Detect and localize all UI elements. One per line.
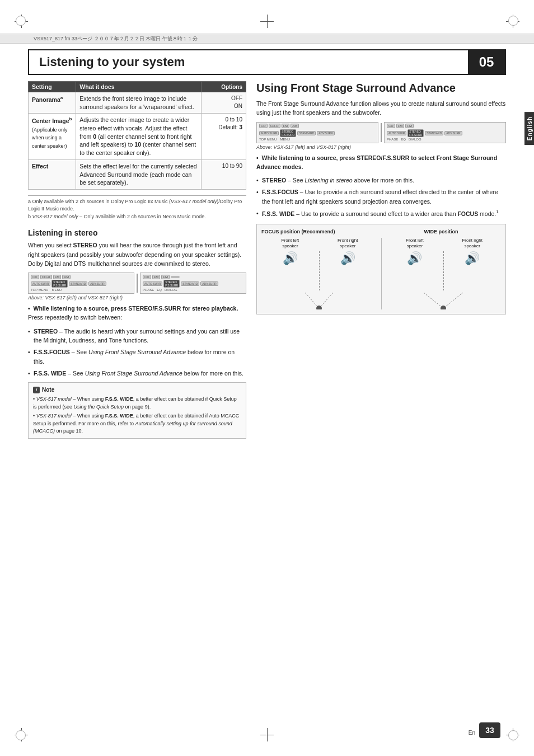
fss-rx-btn-standard2: STANDARD [425, 131, 443, 135]
focus-subwoofer-area [261, 293, 377, 309]
note-box: i Note • VSX-517 model – When using F.S.… [28, 382, 246, 439]
wide-front-left-label: Front leftspeaker [401, 238, 429, 250]
options-panorama: OFFON [202, 92, 246, 114]
receiver-image-stereo: CD CD-R FM AM AUTO SURR STEREOF.S.SURR S… [28, 273, 246, 294]
diagram-sections: Front leftspeaker Front rightspeaker 🔊 🔊 [261, 238, 501, 310]
wide-subwoofer-area [386, 293, 502, 309]
rx-btn-standard: STANDARD [69, 281, 87, 286]
wide-speaker-labels: Front leftspeaker Front rightspeaker [386, 238, 502, 250]
language-tab: English [524, 112, 534, 145]
focus-left-speaker-icon: 🔊 [283, 251, 298, 290]
table-row: Panoramaa Extends the front stereo image… [29, 92, 246, 114]
rx-btn-autosurr2: AUTO SURR [143, 281, 162, 286]
fss-rx-btn-advsurr: ADV.SURR [317, 131, 334, 135]
left-column: Setting What it does Options Panoramaa E… [28, 81, 246, 722]
fss-instruction: • While listening to a source, press STE… [256, 153, 506, 172]
wide-sub-group [421, 293, 466, 309]
fss-rx-btn-stereo-left: STEREOF.S.SURR [280, 129, 296, 137]
fss-rx-btn-autosurr2: AUTO SURR [387, 131, 406, 135]
page-lang: En [469, 730, 475, 736]
table-row: Center Imageb(Applicable only when using… [29, 114, 246, 159]
corner-mark-bl [16, 730, 26, 740]
rx-btn-stereo-fssurr-left: STEREOF.S.SURR [51, 280, 68, 288]
focus-convergence-svg [297, 293, 341, 309]
settings-table: Setting What it does Options Panoramaa E… [28, 81, 246, 190]
note-icon: i [33, 387, 40, 393]
rx-btn-stereo-fssurr-right: STEREOF.S.SURR [163, 280, 180, 288]
fss-rx-btn-fm2: FM [396, 124, 405, 128]
fss-bullet-focus: F.S.S.FOCUS – Use to provide a rich surr… [256, 187, 506, 206]
rx-btn-cd: CD [31, 275, 39, 279]
footnote-a: a Only available with 2 ch sources in Do… [28, 198, 246, 213]
what-panorama: Extends the front stereo image to includ… [76, 92, 202, 114]
focus-speaker-icons: 🔊 🔊 [261, 251, 377, 290]
bullet-stereo: STEREO – The audio is heard with your su… [28, 327, 246, 345]
wide-right-speaker-icon: 🔊 [465, 251, 480, 290]
fss-body: The Front Stage Surround Advance functio… [256, 99, 506, 118]
rx-btn-advsurr: ADV.SURR [88, 281, 106, 286]
focus-right-speaker-icon: 🔊 [340, 251, 355, 290]
rx-btn-fm: FM [53, 275, 62, 279]
wide-speaker-icons: 🔊 🔊 [386, 251, 502, 290]
fss-rx-label-eq: EQ [401, 138, 406, 141]
fss-rx-btn-fm3: FM [405, 124, 414, 128]
setting-center-image: Center Imageb(Applicable only when using… [29, 114, 76, 159]
fss-rx-label-dialog: DIALOG [409, 138, 421, 141]
note-bullet-1: • VSX-517 model – When using F.S.S. WIDE… [33, 396, 241, 411]
wide-convergence-svg [421, 293, 466, 309]
rx-btn-fm3: FM [161, 275, 170, 279]
svg-line-1 [319, 293, 333, 308]
rx-label-phase: PHASE [143, 288, 154, 292]
rx-btn-fm2: FM [152, 275, 161, 279]
fss-bullet-stereo: STEREO – See Listening in stereo above f… [256, 176, 506, 185]
bullet-fsswide: F.S.S. WIDE – See Using Front Stage Surr… [28, 369, 246, 378]
focus-front-left-label: Front leftspeaker [276, 238, 304, 250]
footnote-b: b VSX-817 model only – Only available wi… [28, 213, 246, 221]
fss-rx-btn-cd: CD [259, 124, 268, 128]
receiver-vsx517-fss: CD CD-R FM AM AUTO SURR STEREOF.S.SURR S… [256, 122, 378, 143]
corner-mark-br [508, 730, 518, 740]
corner-mark-tr [508, 16, 518, 26]
what-center-image: Adjusts the center image to create a wid… [76, 114, 202, 159]
rx-btn-cd2: CD [143, 275, 151, 279]
fss-rx-btn-cd2: CD [387, 124, 395, 128]
fss-rx-btn-standard: STANDARD [297, 131, 316, 135]
svg-line-3 [424, 293, 443, 308]
wide-section: Front leftspeaker Front rightspeaker 🔊 🔊 [382, 238, 502, 310]
fss-heading: Using Front Stage Surround Advance [256, 81, 506, 95]
focus-speaker-labels: Front leftspeaker Front rightspeaker [261, 238, 377, 250]
main-content: Setting What it does Options Panoramaa E… [28, 81, 506, 722]
rx-btn-standard2: STANDARD [181, 281, 199, 286]
fss-rx-btn-advsurr2: ADV.SURR [444, 131, 462, 135]
focus-section: Front leftspeaker Front rightspeaker 🔊 🔊 [261, 238, 382, 310]
focus-wide-diagram: FOCUS position (Recommend) WIDE position… [256, 224, 506, 315]
right-column: Using Front Stage Surround Advance The F… [256, 81, 506, 722]
table-row: Effect Sets the effect level for the cur… [29, 159, 246, 189]
col-header-options: Options [202, 82, 246, 92]
wide-dotted-line [443, 251, 444, 290]
fss-rx-label-phase: PHASE [387, 138, 398, 141]
setting-effect: Effect [29, 159, 76, 189]
setting-panorama: Panoramaa [29, 92, 76, 114]
rx-label-dialog: DIALOG [165, 288, 177, 292]
title-bar: Listening to your system 05 [28, 49, 506, 75]
rx-label-menu: MENU [51, 288, 62, 292]
receiver-vsx817-stereo: CD FM FM AUTO SURR STEREOF.S.SURR STANDA… [140, 273, 246, 294]
svg-line-4 [443, 293, 463, 308]
listening-stereo-heading: Listening in stereo [28, 228, 246, 237]
wide-left-speaker-icon: 🔊 [407, 251, 422, 290]
note-title: i Note [33, 386, 241, 394]
focus-sub-group [297, 293, 341, 309]
rx-label-top-menu: TOP MENU [31, 288, 48, 292]
fss-rx-btn-stereo-right: STEREOF.S.SURR [407, 129, 424, 137]
stereo-instruction: • While listening to a source, press STE… [28, 304, 246, 322]
svg-point-5 [441, 306, 446, 309]
note-bullet-2: • VSX-817 model – When using F.S.S. WIDE… [33, 412, 241, 435]
wide-front-right-label: Front rightspeaker [458, 238, 486, 250]
fss-bullet-list: STEREO – See Listening in stereo above f… [256, 176, 506, 218]
options-effect: 10 to 90 [202, 159, 246, 189]
focus-title: FOCUS position (Recommend) [261, 229, 381, 234]
receiver-image-fss: CD CD-R FM AM AUTO SURR STEREOF.S.SURR S… [256, 122, 506, 143]
rx-btn-autosurr: AUTO SURR [31, 281, 50, 286]
stereo-image-caption: Above: VSX-517 (left) and VSX-817 (right… [28, 295, 246, 300]
